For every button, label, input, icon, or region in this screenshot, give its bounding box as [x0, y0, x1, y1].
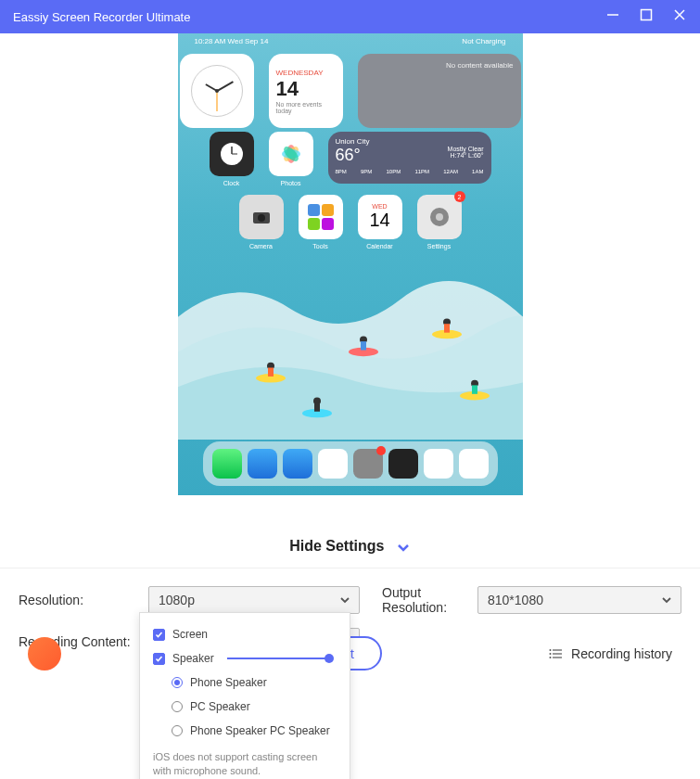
svg-point-14: [436, 213, 443, 221]
maximize-button[interactable]: [639, 7, 654, 26]
settings-app-icon: 2 Settings: [417, 195, 462, 239]
status-time: 10:28 AM Wed Sep 14: [195, 37, 269, 45]
clock-widget: [180, 54, 254, 128]
app-title: Eassiy Screen Recorder Ultimate: [13, 10, 190, 24]
svg-rect-20: [361, 341, 366, 350]
chevron-down-icon: [338, 594, 351, 607]
svg-point-12: [258, 214, 265, 222]
output-resolution-select[interactable]: 810*1080: [477, 586, 681, 614]
chevron-down-icon: [660, 594, 673, 607]
option-both-speaker[interactable]: Phone Speaker PC Speaker: [140, 719, 350, 743]
chevron-down-icon: [396, 540, 411, 555]
ipad-dock: [203, 441, 498, 486]
status-battery: Not Charging: [462, 37, 505, 45]
calendar-dock-icon: [459, 449, 489, 479]
hide-settings-toggle[interactable]: Hide Settings: [0, 525, 700, 568]
list-icon: [549, 646, 564, 661]
svg-rect-23: [444, 324, 450, 332]
svg-point-33: [550, 649, 552, 651]
safari-icon: [248, 449, 277, 479]
device-preview: 10:28 AM Wed Sep 14 Not Charging WEDNESD…: [0, 33, 700, 525]
calendar-widget: WEDNESDAY 14 No more events today: [269, 54, 343, 128]
svg-rect-17: [268, 367, 274, 376]
resolution-select[interactable]: 1080p: [148, 586, 360, 614]
calendar-app-icon: WED 14 Calendar: [358, 195, 402, 239]
weather-widget: Union City 66° Mostly ClearH:74° L:60° 8…: [328, 132, 491, 184]
svg-rect-1: [642, 10, 652, 20]
svg-point-34: [550, 653, 552, 655]
option-speaker[interactable]: Speaker: [140, 646, 350, 670]
resolution-label: Resolution:: [19, 593, 135, 607]
radio-icon: [172, 725, 183, 736]
titlebar: Eassiy Screen Recorder Ultimate: [0, 0, 700, 33]
output-resolution-label: Output Resolution:: [382, 585, 465, 615]
files-icon: [318, 449, 348, 479]
record-button[interactable]: [28, 637, 61, 670]
minimize-button[interactable]: [605, 7, 620, 26]
recording-history-link[interactable]: Recording history: [549, 646, 672, 661]
mail-icon: [283, 449, 312, 479]
checkbox-icon: [153, 653, 165, 665]
option-phone-speaker[interactable]: Phone Speaker: [140, 670, 350, 695]
svg-rect-26: [314, 402, 320, 411]
dropdown-note: iOS does not support casting screen with…: [140, 743, 350, 779]
radio-icon: [172, 701, 183, 712]
speaker-volume-slider[interactable]: [227, 658, 329, 659]
photos-dock-icon: [424, 449, 453, 479]
badge: 2: [454, 191, 465, 202]
recording-content-dropdown: Screen Speaker Phone Speaker PC Speaker …: [139, 612, 350, 779]
close-button[interactable]: [672, 7, 687, 26]
svg-point-35: [550, 657, 552, 658]
radio-icon: [172, 677, 183, 688]
app-icon: [388, 449, 418, 479]
placeholder-widget: No content available: [358, 54, 521, 128]
settings-dock-icon: [353, 449, 383, 479]
ipad-screen: 10:28 AM Wed Sep 14 Not Charging WEDNESD…: [178, 33, 523, 495]
tools-app-icon: Tools: [299, 195, 343, 239]
photos-app-icon: Photos: [269, 132, 313, 176]
clock-app-icon: Clock: [210, 132, 254, 176]
wallpaper-waves: [178, 247, 523, 440]
messages-icon: [212, 449, 242, 479]
option-screen[interactable]: Screen: [140, 622, 350, 646]
camera-app-icon: Camera: [239, 195, 284, 239]
svg-rect-29: [472, 385, 477, 393]
option-pc-speaker[interactable]: PC Speaker: [140, 695, 350, 719]
checkbox-icon: [153, 629, 165, 641]
